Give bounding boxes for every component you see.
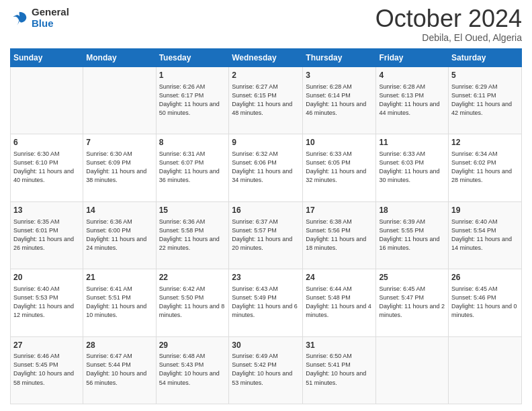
day-cell-27: 27Sunrise: 6:46 AM Sunset: 5:45 PM Dayli…: [11, 336, 83, 404]
day-info: Sunrise: 6:42 AM Sunset: 5:50 PM Dayligh…: [159, 285, 226, 320]
month-title: October 2024: [375, 7, 522, 31]
day-number: 1: [159, 70, 226, 81]
title-area: October 2024 Debila, El Oued, Algeria: [375, 7, 522, 43]
day-number: 14: [86, 205, 152, 216]
empty-cell: [11, 67, 83, 134]
day-cell-25: 25Sunrise: 6:45 AM Sunset: 5:47 PM Dayli…: [376, 269, 449, 336]
calendar-header-row: SundayMondayTuesdayWednesdayThursdayFrid…: [11, 49, 522, 67]
day-info: Sunrise: 6:26 AM Sunset: 6:17 PM Dayligh…: [159, 83, 226, 118]
day-number: 21: [86, 272, 152, 283]
page: General Blue October 2024 Debila, El Oue…: [0, 0, 532, 411]
day-number: 28: [86, 340, 152, 351]
logo-text: General Blue: [32, 7, 69, 29]
day-cell-30: 30Sunrise: 6:49 AM Sunset: 5:42 PM Dayli…: [229, 336, 303, 404]
day-number: 19: [451, 205, 519, 216]
day-header-monday: Monday: [83, 49, 156, 67]
day-cell-29: 29Sunrise: 6:48 AM Sunset: 5:43 PM Dayli…: [156, 336, 229, 404]
day-cell-28: 28Sunrise: 6:47 AM Sunset: 5:44 PM Dayli…: [83, 336, 156, 404]
empty-cell: [83, 67, 156, 134]
day-number: 16: [232, 205, 300, 216]
day-info: Sunrise: 6:37 AM Sunset: 5:57 PM Dayligh…: [232, 218, 300, 253]
day-info: Sunrise: 6:30 AM Sunset: 6:10 PM Dayligh…: [13, 150, 80, 185]
day-info: Sunrise: 6:39 AM Sunset: 5:55 PM Dayligh…: [379, 218, 445, 253]
day-info: Sunrise: 6:50 AM Sunset: 5:41 PM Dayligh…: [306, 352, 373, 387]
week-row-2: 6Sunrise: 6:30 AM Sunset: 6:10 PM Daylig…: [11, 134, 522, 201]
day-header-friday: Friday: [376, 49, 449, 67]
day-info: Sunrise: 6:45 AM Sunset: 5:47 PM Dayligh…: [379, 285, 445, 320]
day-cell-20: 20Sunrise: 6:40 AM Sunset: 5:53 PM Dayli…: [11, 269, 83, 336]
day-cell-19: 19Sunrise: 6:40 AM Sunset: 5:54 PM Dayli…: [449, 201, 522, 269]
day-info: Sunrise: 6:31 AM Sunset: 6:07 PM Dayligh…: [159, 150, 226, 185]
week-row-5: 27Sunrise: 6:46 AM Sunset: 5:45 PM Dayli…: [11, 336, 522, 404]
day-cell-5: 5Sunrise: 6:29 AM Sunset: 6:11 PM Daylig…: [449, 67, 522, 134]
day-cell-23: 23Sunrise: 6:43 AM Sunset: 5:49 PM Dayli…: [229, 269, 303, 336]
day-cell-21: 21Sunrise: 6:41 AM Sunset: 5:51 PM Dayli…: [83, 269, 156, 336]
day-header-sunday: Sunday: [11, 49, 83, 67]
day-cell-22: 22Sunrise: 6:42 AM Sunset: 5:50 PM Dayli…: [156, 269, 229, 336]
day-number: 20: [13, 272, 80, 283]
day-cell-8: 8Sunrise: 6:31 AM Sunset: 6:07 PM Daylig…: [156, 134, 229, 201]
day-number: 11: [379, 137, 445, 148]
day-number: 7: [86, 137, 152, 148]
day-number: 9: [232, 137, 300, 148]
day-cell-31: 31Sunrise: 6:50 AM Sunset: 5:41 PM Dayli…: [303, 336, 376, 404]
day-number: 17: [306, 205, 373, 216]
day-number: 22: [159, 272, 226, 283]
week-row-4: 20Sunrise: 6:40 AM Sunset: 5:53 PM Dayli…: [11, 269, 522, 336]
day-number: 13: [13, 205, 80, 216]
day-info: Sunrise: 6:45 AM Sunset: 5:46 PM Dayligh…: [451, 285, 519, 320]
day-number: 3: [306, 70, 373, 81]
day-cell-24: 24Sunrise: 6:44 AM Sunset: 5:48 PM Dayli…: [303, 269, 376, 336]
day-cell-18: 18Sunrise: 6:39 AM Sunset: 5:55 PM Dayli…: [376, 201, 449, 269]
day-header-wednesday: Wednesday: [229, 49, 303, 67]
day-cell-4: 4Sunrise: 6:28 AM Sunset: 6:13 PM Daylig…: [376, 67, 449, 134]
empty-cell: [376, 336, 449, 404]
week-row-1: 1Sunrise: 6:26 AM Sunset: 6:17 PM Daylig…: [11, 67, 522, 134]
day-info: Sunrise: 6:40 AM Sunset: 5:54 PM Dayligh…: [451, 218, 519, 253]
day-number: 8: [159, 137, 226, 148]
day-info: Sunrise: 6:41 AM Sunset: 5:51 PM Dayligh…: [86, 285, 152, 320]
day-number: 2: [232, 70, 300, 81]
day-info: Sunrise: 6:38 AM Sunset: 5:56 PM Dayligh…: [306, 218, 373, 253]
day-number: 24: [306, 272, 373, 283]
day-header-saturday: Saturday: [449, 49, 522, 67]
day-info: Sunrise: 6:36 AM Sunset: 5:58 PM Dayligh…: [159, 218, 226, 253]
day-cell-12: 12Sunrise: 6:34 AM Sunset: 6:02 PM Dayli…: [449, 134, 522, 201]
day-number: 4: [379, 70, 445, 81]
day-cell-13: 13Sunrise: 6:35 AM Sunset: 6:01 PM Dayli…: [11, 201, 83, 269]
day-number: 12: [451, 137, 519, 148]
day-number: 29: [159, 340, 226, 351]
calendar: SundayMondayTuesdayWednesdayThursdayFrid…: [10, 48, 522, 404]
day-cell-2: 2Sunrise: 6:27 AM Sunset: 6:15 PM Daylig…: [229, 67, 303, 134]
day-info: Sunrise: 6:40 AM Sunset: 5:53 PM Dayligh…: [13, 285, 80, 320]
day-cell-14: 14Sunrise: 6:36 AM Sunset: 6:00 PM Dayli…: [83, 201, 156, 269]
day-cell-7: 7Sunrise: 6:30 AM Sunset: 6:09 PM Daylig…: [83, 134, 156, 201]
day-number: 26: [451, 272, 519, 283]
day-info: Sunrise: 6:36 AM Sunset: 6:00 PM Dayligh…: [86, 218, 152, 253]
day-info: Sunrise: 6:43 AM Sunset: 5:49 PM Dayligh…: [232, 285, 300, 320]
week-row-3: 13Sunrise: 6:35 AM Sunset: 6:01 PM Dayli…: [11, 201, 522, 269]
day-info: Sunrise: 6:29 AM Sunset: 6:11 PM Dayligh…: [451, 83, 519, 118]
day-info: Sunrise: 6:34 AM Sunset: 6:02 PM Dayligh…: [451, 150, 519, 185]
empty-cell: [449, 336, 522, 404]
day-number: 27: [13, 340, 80, 351]
day-number: 23: [232, 272, 300, 283]
day-header-thursday: Thursday: [303, 49, 376, 67]
day-info: Sunrise: 6:28 AM Sunset: 6:13 PM Dayligh…: [379, 83, 445, 118]
day-info: Sunrise: 6:48 AM Sunset: 5:43 PM Dayligh…: [159, 352, 226, 387]
day-info: Sunrise: 6:33 AM Sunset: 6:03 PM Dayligh…: [379, 150, 445, 185]
day-info: Sunrise: 6:32 AM Sunset: 6:06 PM Dayligh…: [232, 150, 300, 185]
day-number: 5: [451, 70, 519, 81]
day-number: 30: [232, 340, 300, 351]
day-cell-16: 16Sunrise: 6:37 AM Sunset: 5:57 PM Dayli…: [229, 201, 303, 269]
day-info: Sunrise: 6:47 AM Sunset: 5:44 PM Dayligh…: [86, 352, 152, 387]
day-cell-17: 17Sunrise: 6:38 AM Sunset: 5:56 PM Dayli…: [303, 201, 376, 269]
day-info: Sunrise: 6:46 AM Sunset: 5:45 PM Dayligh…: [13, 352, 80, 387]
day-info: Sunrise: 6:49 AM Sunset: 5:42 PM Dayligh…: [232, 352, 300, 387]
day-cell-10: 10Sunrise: 6:33 AM Sunset: 6:05 PM Dayli…: [303, 134, 376, 201]
day-info: Sunrise: 6:30 AM Sunset: 6:09 PM Dayligh…: [86, 150, 152, 185]
day-cell-3: 3Sunrise: 6:28 AM Sunset: 6:14 PM Daylig…: [303, 67, 376, 134]
day-number: 25: [379, 272, 445, 283]
logo: General Blue: [10, 7, 69, 29]
day-cell-1: 1Sunrise: 6:26 AM Sunset: 6:17 PM Daylig…: [156, 67, 229, 134]
